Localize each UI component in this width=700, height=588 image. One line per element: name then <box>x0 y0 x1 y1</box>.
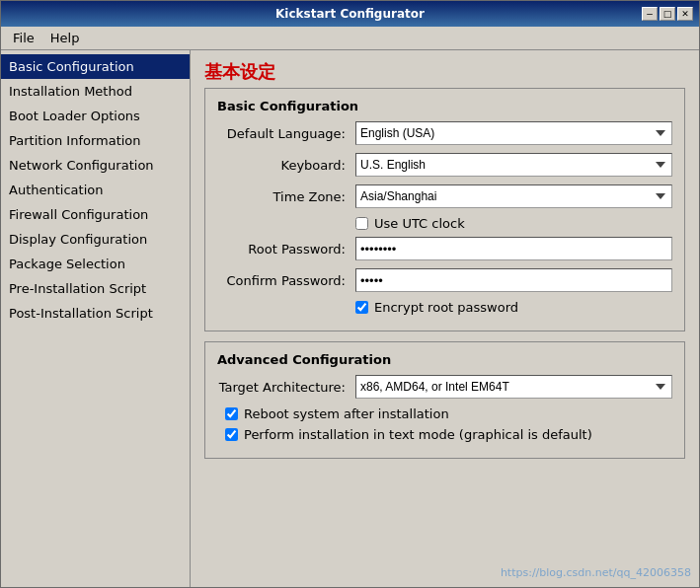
main-window: Kickstart Configurator − □ ✕ File Help B… <box>0 0 700 588</box>
reboot-checkbox[interactable] <box>225 407 238 420</box>
root-password-control <box>355 237 672 260</box>
utc-clock-checkbox[interactable] <box>355 217 368 230</box>
sidebar-item-firewall-configuration[interactable]: Firewall Configuration <box>1 202 190 227</box>
timezone-select[interactable]: Asia/Shanghai <box>355 184 672 208</box>
target-arch-label: Target Architecture: <box>217 380 355 395</box>
timezone-row: Time Zone: Asia/Shanghai <box>217 184 672 208</box>
sidebar-item-installation-method[interactable]: Installation Method <box>1 79 190 104</box>
target-arch-row: Target Architecture: x86, AMD64, or Inte… <box>217 375 672 399</box>
target-arch-select[interactable]: x86, AMD64, or Intel EM64T <box>355 375 672 399</box>
chinese-title: 基本设定 <box>204 60 685 84</box>
sidebar-item-boot-loader-options[interactable]: Boot Loader Options <box>1 104 190 128</box>
confirm-password-control <box>355 268 672 292</box>
default-language-select[interactable]: English (USA) <box>355 121 672 145</box>
sidebar-item-network-configuration[interactable]: Network Configuration <box>1 153 190 178</box>
encrypt-password-row: Encrypt root password <box>355 300 672 315</box>
text-mode-row: Perform installation in text mode (graph… <box>225 427 672 442</box>
keyboard-control: U.S. English <box>355 153 672 177</box>
main-area: Basic ConfigurationInstallation MethodBo… <box>1 50 699 587</box>
keyboard-label: Keyboard: <box>217 158 355 173</box>
default-language-control: English (USA) <box>355 121 672 145</box>
sidebar-item-post-installation-script[interactable]: Post-Installation Script <box>1 301 190 326</box>
keyboard-row: Keyboard: U.S. English <box>217 153 672 177</box>
sidebar-item-pre-installation-script[interactable]: Pre-Installation Script <box>1 276 190 301</box>
root-password-label: Root Password: <box>217 242 355 257</box>
utc-clock-label[interactable]: Use UTC clock <box>374 216 465 231</box>
text-mode-checkbox[interactable] <box>225 428 238 441</box>
confirm-password-input[interactable] <box>355 268 672 292</box>
sidebar-item-partition-information[interactable]: Partition Information <box>1 128 190 153</box>
sidebar-item-package-selection[interactable]: Package Selection <box>1 252 190 276</box>
basic-config-header: Basic Configuration <box>217 99 672 113</box>
window-title: Kickstart Configurator <box>58 7 642 21</box>
timezone-label: Time Zone: <box>217 189 355 204</box>
confirm-password-row: Confirm Password: <box>217 268 672 292</box>
root-password-row: Root Password: <box>217 237 672 260</box>
root-password-input[interactable] <box>355 237 672 260</box>
content-area: 基本设定 Basic Configuration Default Languag… <box>191 50 699 587</box>
target-arch-control: x86, AMD64, or Intel EM64T <box>355 375 672 399</box>
advanced-config-section: Advanced Configuration Target Architectu… <box>204 341 685 459</box>
watermark: https://blog.csdn.net/qq_42006358 <box>501 566 691 579</box>
default-language-label: Default Language: <box>217 126 355 141</box>
help-menu[interactable]: Help <box>42 29 88 47</box>
text-mode-label[interactable]: Perform installation in text mode (graph… <box>244 427 592 442</box>
close-button[interactable]: ✕ <box>677 7 693 21</box>
file-menu[interactable]: File <box>5 29 42 47</box>
utc-clock-row: Use UTC clock <box>355 216 672 231</box>
reboot-label[interactable]: Reboot system after installation <box>244 406 449 421</box>
confirm-password-label: Confirm Password: <box>217 273 355 288</box>
encrypt-password-label[interactable]: Encrypt root password <box>374 300 518 315</box>
maximize-button[interactable]: □ <box>660 7 675 21</box>
default-language-row: Default Language: English (USA) <box>217 121 672 145</box>
sidebar-item-display-configuration[interactable]: Display Configuration <box>1 227 190 252</box>
advanced-config-header: Advanced Configuration <box>217 352 672 367</box>
encrypt-password-checkbox[interactable] <box>355 301 368 314</box>
basic-config-section: Basic Configuration Default Language: En… <box>204 88 685 331</box>
minimize-button[interactable]: − <box>642 7 658 21</box>
reboot-row: Reboot system after installation <box>225 406 672 421</box>
timezone-control: Asia/Shanghai <box>355 184 672 208</box>
keyboard-select[interactable]: U.S. English <box>355 153 672 177</box>
title-bar: Kickstart Configurator − □ ✕ <box>1 1 699 27</box>
sidebar-item-basic-configuration[interactable]: Basic Configuration <box>1 54 190 79</box>
sidebar-item-authentication[interactable]: Authentication <box>1 178 190 202</box>
sidebar: Basic ConfigurationInstallation MethodBo… <box>1 50 191 587</box>
menu-bar: File Help <box>1 27 699 50</box>
window-controls: − □ ✕ <box>642 7 693 21</box>
